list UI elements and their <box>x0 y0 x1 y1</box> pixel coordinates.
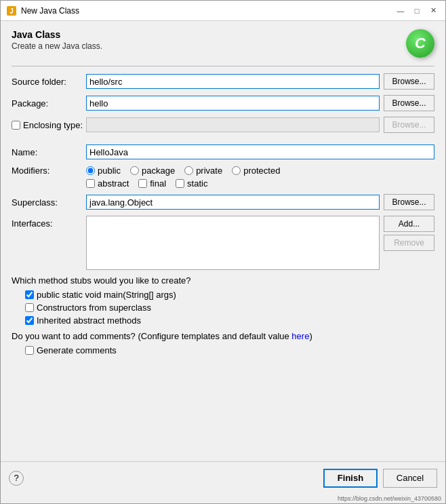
name-input[interactable] <box>86 144 434 159</box>
stub-constructors-item[interactable]: Constructors from superclass <box>25 303 434 313</box>
superclass-label: Superclass: <box>12 197 86 208</box>
dialog-subtitle: Create a new Java class. <box>12 41 102 51</box>
stubs-items: public static void main(String[] args) C… <box>12 290 434 326</box>
package-browse-button[interactable]: Browse... <box>384 95 434 111</box>
finish-button[interactable]: Finish <box>323 469 378 488</box>
stub-inherited-checkbox[interactable] <box>25 316 34 325</box>
modifier-private-radio[interactable] <box>184 166 193 175</box>
modifier-package-label: package <box>142 166 175 176</box>
modifier-abstract-item[interactable]: abstract <box>86 178 129 189</box>
modifier-public-item[interactable]: public <box>86 166 121 176</box>
modifier-static-item[interactable]: static <box>176 178 207 189</box>
minimize-button[interactable]: — <box>394 4 407 18</box>
eclipse-logo: C <box>406 29 434 58</box>
modifier-final-checkbox[interactable] <box>138 179 147 188</box>
source-folder-input[interactable] <box>86 74 380 89</box>
enclosing-type-input <box>86 117 380 132</box>
add-interface-button[interactable]: Add... <box>384 216 434 232</box>
source-folder-browse-button[interactable]: Browse... <box>384 73 434 90</box>
stub-constructors-checkbox[interactable] <box>25 303 34 312</box>
stub-main-label: public static void main(String[] args) <box>37 290 176 300</box>
stub-main-item[interactable]: public static void main(String[] args) <box>25 290 434 300</box>
modifier-abstract-label: abstract <box>98 178 129 189</box>
modifiers-radio-group: public package private protected <box>86 166 280 176</box>
modifier-static-label: static <box>187 178 207 189</box>
modifiers-checkbox-group: abstract final static <box>86 178 207 189</box>
bottom-left: ? <box>9 471 24 486</box>
modifiers-row: Modifiers: public package private <box>12 166 434 189</box>
form-section: Source folder: Browse... Package: Browse… <box>12 73 434 453</box>
name-label: Name: <box>12 147 86 157</box>
title-bar-text: New Java Class <box>21 6 394 16</box>
modifier-private-label: private <box>196 166 222 176</box>
modifier-protected-item[interactable]: protected <box>232 166 280 176</box>
interfaces-list[interactable] <box>86 216 380 270</box>
generate-comments-label: Generate comments <box>37 345 117 355</box>
header-divider <box>12 66 434 66</box>
stub-inherited-label: Inherited abstract methods <box>37 315 141 326</box>
stub-inherited-item[interactable]: Inherited abstract methods <box>25 315 434 326</box>
new-java-class-window: J New Java Class — □ ✕ Java Class Create… <box>0 0 446 504</box>
stub-main-checkbox[interactable] <box>25 290 34 299</box>
name-row: Name: <box>12 144 434 160</box>
stubs-section: Which method stubs would you like to cre… <box>12 275 434 326</box>
enclosing-type-row: Enclosing type: Browse... <box>12 117 434 133</box>
bottom-bar: ? Finish Cancel <box>1 461 445 494</box>
modifier-public-label: public <box>98 166 121 176</box>
stub-constructors-label: Constructors from superclass <box>37 303 151 313</box>
modifiers-label: Modifiers: <box>12 166 86 176</box>
comments-link[interactable]: here <box>291 331 309 341</box>
source-folder-row: Source folder: Browse... <box>12 73 434 90</box>
stubs-title: Which method stubs would you like to cre… <box>12 275 434 286</box>
modifier-abstract-checkbox[interactable] <box>86 179 95 188</box>
superclass-input[interactable] <box>86 195 380 210</box>
header-section: Java Class Create a new Java class. C <box>12 29 434 58</box>
cancel-button[interactable]: Cancel <box>383 469 437 488</box>
enclosing-type-label: Enclosing type: <box>23 120 83 130</box>
generate-comments-checkbox[interactable] <box>25 346 34 355</box>
title-bar-controls: — □ ✕ <box>394 4 440 18</box>
package-label: Package: <box>12 98 86 109</box>
comments-title-prefix: Do you want to add comments? (Configure … <box>12 331 291 341</box>
modifier-static-checkbox[interactable] <box>176 179 184 188</box>
modifier-protected-radio[interactable] <box>232 166 241 175</box>
comments-items: Generate comments <box>12 345 434 355</box>
package-input[interactable] <box>86 96 380 111</box>
modifier-final-item[interactable]: final <box>138 178 166 189</box>
title-bar: J New Java Class — □ ✕ <box>1 1 445 21</box>
interfaces-row: Interfaces: Add... Remove <box>12 216 434 270</box>
maximize-button[interactable]: □ <box>410 4 424 18</box>
comments-title: Do you want to add comments? (Configure … <box>12 331 434 341</box>
window-icon: J <box>6 5 17 16</box>
superclass-browse-button[interactable]: Browse... <box>384 194 434 210</box>
close-button[interactable]: ✕ <box>426 4 440 18</box>
header-text: Java Class Create a new Java class. <box>12 29 102 51</box>
source-folder-label: Source folder: <box>12 77 86 87</box>
modifier-public-radio[interactable] <box>86 166 95 175</box>
modifier-final-label: final <box>150 178 166 189</box>
dialog-title: Java Class <box>12 29 102 40</box>
url-bar: https://blog.csdn.net/weixin_43700580 <box>1 494 445 503</box>
package-row: Package: Browse... <box>12 95 434 111</box>
modifier-package-radio[interactable] <box>130 166 139 175</box>
dialog-content: Java Class Create a new Java class. C So… <box>1 21 445 461</box>
enclosing-type-browse-button: Browse... <box>384 117 434 133</box>
modifier-private-item[interactable]: private <box>184 166 222 176</box>
modifier-protected-label: protected <box>243 166 280 176</box>
bottom-right: Finish Cancel <box>323 469 437 488</box>
superclass-row: Superclass: Browse... <box>12 194 434 210</box>
comments-section: Do you want to add comments? (Configure … <box>12 331 434 355</box>
modifier-package-item[interactable]: package <box>130 166 175 176</box>
enclosing-type-checkbox[interactable] <box>12 121 20 130</box>
generate-comments-item[interactable]: Generate comments <box>25 345 434 355</box>
comments-title-suffix: ) <box>309 331 312 341</box>
interfaces-label: Interfaces: <box>12 216 86 229</box>
svg-text:J: J <box>9 7 14 15</box>
remove-interface-button: Remove <box>384 235 434 251</box>
interfaces-buttons: Add... Remove <box>384 216 434 251</box>
help-button[interactable]: ? <box>9 471 24 486</box>
